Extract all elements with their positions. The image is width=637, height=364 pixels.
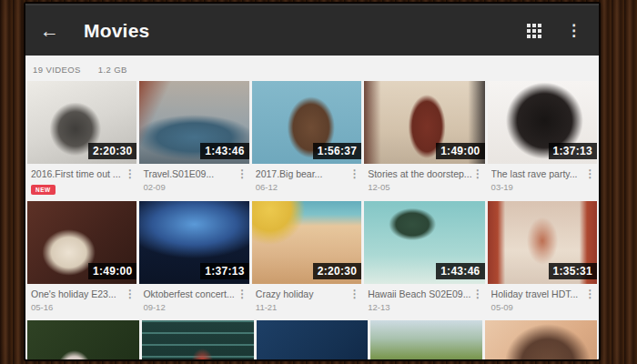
man-pointing-dark-interior-thumbnail[interactable]: 1:49:00 bbox=[27, 201, 136, 284]
laughing-woman-dark-hair-thumbnail[interactable]: 1:37:13 bbox=[488, 81, 597, 164]
video-date: 03-19 bbox=[491, 182, 584, 192]
golden-gate-bridge-tower-thumbnail[interactable]: 1:35:31 bbox=[488, 201, 597, 284]
concert-stage-blue-lights-thumbnail[interactable]: 1:37:13 bbox=[139, 201, 248, 284]
man-sitting-on-skateboard-thumbnail[interactable]: 2:20:30 bbox=[27, 81, 136, 164]
video-card[interactable]: 1:43:46 Hawaii Beach S02E09... 12-13 ⋮ bbox=[364, 201, 484, 315]
video-duration-badge: 1:49:00 bbox=[88, 263, 136, 279]
video-card[interactable]: 2:20:30 2016.First time out ... NEW ⋮ bbox=[27, 81, 136, 196]
app-bar-actions: ⋮ bbox=[527, 21, 584, 40]
video-duration-badge: 1:43:46 bbox=[200, 143, 248, 159]
video-duration-badge: 2:20:30 bbox=[88, 143, 136, 159]
video-duration-badge: 2:20:30 bbox=[313, 263, 361, 279]
video-meta-text: Oktoberfest concert... 09-12 bbox=[143, 288, 236, 312]
video-date: 11-21 bbox=[256, 302, 349, 312]
video-card[interactable]: 1:43:46 Travel.S01E09... 02-09 ⋮ bbox=[139, 81, 248, 196]
app-bar: ← Movies ⋮ bbox=[25, 4, 599, 56]
video-duration-badge: 1:37:13 bbox=[200, 263, 248, 279]
video-date: 05-16 bbox=[31, 302, 124, 312]
video-options-icon[interactable]: ⋮ bbox=[472, 168, 484, 180]
video-duration-badge: 1:35:31 bbox=[549, 263, 597, 279]
video-title: The last rave party... bbox=[491, 168, 584, 179]
red-shoes-stairs-video-thumbnail[interactable] bbox=[142, 320, 254, 359]
video-duration-badge: 1:43:46 bbox=[436, 263, 484, 279]
video-title: Holiday travel HDT... bbox=[491, 288, 584, 299]
video-card[interactable]: 1:49:00 One's holiday E23... 05-16 ⋮ bbox=[27, 201, 136, 315]
video-meta: One's holiday E23... 05-16 ⋮ bbox=[27, 284, 136, 315]
video-meta: Hawaii Beach S02E09... 12-13 ⋮ bbox=[364, 284, 484, 315]
video-options-icon[interactable]: ⋮ bbox=[584, 288, 596, 300]
video-date: 12-13 bbox=[368, 302, 471, 312]
video-title: Hawaii Beach S02E09... bbox=[368, 288, 471, 299]
video-meta-text: 2016.First time out ... NEW bbox=[31, 168, 124, 196]
folder-stats: 19 VIDEOS 1.2 GB bbox=[25, 56, 599, 81]
group-of-women-sitting-thumbnail[interactable]: 1:43:46 bbox=[139, 81, 248, 164]
video-date: 06-12 bbox=[256, 182, 349, 192]
video-title: 2017.Big bear... bbox=[256, 168, 349, 179]
video-meta: Travel.S01E09... 02-09 ⋮ bbox=[139, 164, 248, 195]
video-meta: 2017.Big bear... 06-12 ⋮ bbox=[252, 164, 361, 195]
video-card[interactable]: 1:56:37 2017.Big bear... 06-12 ⋮ bbox=[252, 81, 361, 196]
video-date: 05-09 bbox=[491, 302, 584, 312]
video-meta-text: Stories at the doorstep... 12-05 bbox=[368, 168, 471, 192]
valley-landscape-video-thumbnail[interactable] bbox=[370, 320, 482, 359]
puppy-video-thumbnail[interactable] bbox=[27, 320, 139, 359]
palm-tree-teal-sky-thumbnail[interactable]: 1:43:46 bbox=[364, 201, 484, 284]
video-meta: Holiday travel HDT... 05-09 ⋮ bbox=[488, 284, 597, 315]
video-meta-text: The last rave party... 03-19 bbox=[491, 168, 584, 192]
video-title: 2016.First time out ... bbox=[31, 168, 124, 179]
video-meta: 2016.First time out ... NEW ⋮ bbox=[27, 164, 136, 196]
page-title: Movies bbox=[84, 20, 149, 42]
woman-portrait-video-thumbnail[interactable] bbox=[485, 320, 597, 359]
video-options-icon[interactable]: ⋮ bbox=[124, 168, 136, 180]
video-card[interactable]: 1:37:13 Oktoberfest concert... 09-12 ⋮ bbox=[139, 201, 248, 315]
video-meta: Stories at the doorstep... 12-05 ⋮ bbox=[364, 164, 484, 195]
video-title: Crazy holiday bbox=[256, 288, 349, 299]
new-badge: NEW bbox=[31, 185, 56, 195]
video-meta-text: 2017.Big bear... 06-12 bbox=[256, 168, 349, 192]
video-meta-text: Holiday travel HDT... 05-09 bbox=[491, 288, 584, 312]
video-options-icon[interactable]: ⋮ bbox=[472, 288, 484, 300]
video-card[interactable]: 1:35:31 Holiday travel HDT... 05-09 ⋮ bbox=[488, 201, 597, 315]
video-duration-badge: 1:37:13 bbox=[549, 143, 597, 159]
video-meta: Crazy holiday 11-21 ⋮ bbox=[252, 284, 361, 315]
video-meta-text: Hawaii Beach S02E09... 12-13 bbox=[368, 288, 471, 312]
video-card[interactable]: 1:49:00 Stories at the doorstep... 12-05… bbox=[364, 81, 484, 196]
screen: ← Movies ⋮ 19 VIDEOS 1.2 GB 2:20:30 bbox=[25, 4, 599, 359]
video-duration-badge: 1:56:37 bbox=[313, 143, 361, 159]
video-title: Stories at the doorstep... bbox=[368, 168, 471, 179]
back-arrow-icon[interactable]: ← bbox=[40, 21, 59, 40]
woman-on-beach-under-umbrella-thumbnail[interactable]: 2:20:30 bbox=[252, 201, 361, 284]
video-options-icon[interactable]: ⋮ bbox=[349, 288, 360, 300]
video-options-icon[interactable]: ⋮ bbox=[349, 168, 360, 180]
video-title: Travel.S01E09... bbox=[143, 168, 236, 179]
video-duration-badge: 1:49:00 bbox=[436, 143, 484, 159]
brown-bear-against-sky-thumbnail[interactable]: 1:56:37 bbox=[252, 81, 361, 164]
video-options-icon[interactable]: ⋮ bbox=[584, 168, 596, 180]
video-date: 09-12 bbox=[143, 302, 236, 312]
video-count: 19 VIDEOS bbox=[33, 65, 81, 75]
grid-view-icon[interactable] bbox=[527, 24, 541, 38]
video-card[interactable]: 2:20:30 Crazy holiday 11-21 ⋮ bbox=[252, 201, 361, 315]
video-title: Oktoberfest concert... bbox=[143, 288, 236, 299]
video-options-icon[interactable]: ⋮ bbox=[237, 288, 248, 300]
video-grid: 2:20:30 2016.First time out ... NEW ⋮ 1:… bbox=[25, 81, 599, 315]
overflow-menu-icon[interactable]: ⋮ bbox=[563, 21, 584, 40]
total-size: 1.2 GB bbox=[98, 65, 127, 75]
video-card[interactable]: 1:37:13 The last rave party... 03-19 ⋮ bbox=[488, 81, 597, 196]
video-meta: Oktoberfest concert... 09-12 ⋮ bbox=[139, 284, 248, 315]
video-meta-text: Crazy holiday 11-21 bbox=[256, 288, 349, 312]
video-options-icon[interactable]: ⋮ bbox=[237, 168, 248, 180]
video-date: 12-05 bbox=[368, 182, 471, 192]
video-meta-text: Travel.S01E09... 02-09 bbox=[143, 168, 236, 192]
video-title: One's holiday E23... bbox=[31, 288, 124, 299]
video-meta-text: One's holiday E23... 05-16 bbox=[31, 288, 124, 312]
video-options-icon[interactable]: ⋮ bbox=[124, 288, 136, 300]
ocean-water-video-thumbnail[interactable] bbox=[257, 320, 369, 359]
building-facade-with-door-thumbnail[interactable]: 1:49:00 bbox=[364, 81, 484, 164]
video-meta: The last rave party... 03-19 ⋮ bbox=[488, 164, 597, 195]
video-grid-partial-row bbox=[25, 320, 599, 359]
video-date: 02-09 bbox=[143, 182, 236, 192]
